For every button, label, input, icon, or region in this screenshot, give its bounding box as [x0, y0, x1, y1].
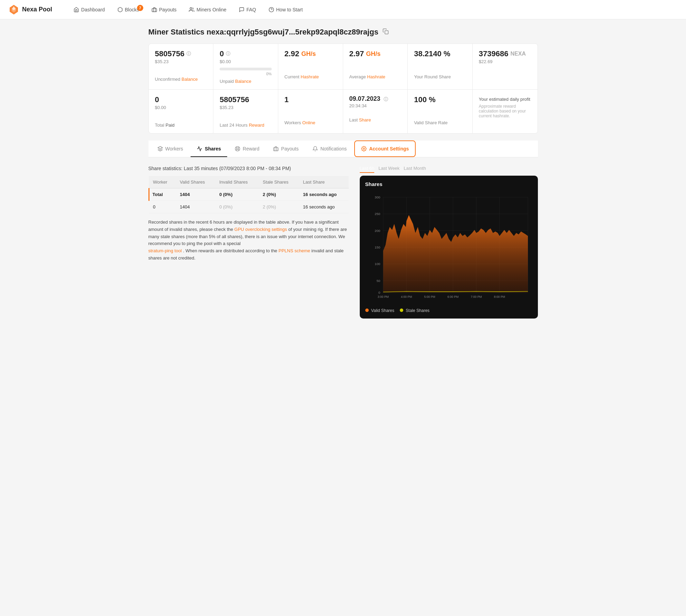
col-last-share: Last Share	[299, 176, 349, 188]
stat-total-paid: 0 $0.00 Total Paid	[149, 90, 214, 133]
nav-label-how-to-start: How to Start	[276, 7, 303, 12]
svg-line-11	[238, 149, 239, 150]
legend-valid-dot	[365, 309, 369, 312]
nav-item-miners-online[interactable]: Miners Online	[184, 5, 231, 14]
nav-label-faq: FAQ	[247, 7, 256, 12]
valid-share-rate-label: Valid Share Rate	[414, 120, 466, 125]
share-description: Recorded shares in the recent 6 hours ar…	[148, 219, 349, 262]
row0-valid: 1404	[176, 201, 215, 213]
last-share-label: Last Share	[349, 117, 402, 123]
shares-chart: 300 250 200 150 100 50 0	[365, 191, 532, 304]
unpaid-info-icon[interactable]: ⓘ	[226, 51, 230, 57]
tab-payouts[interactable]: Payouts	[267, 141, 305, 157]
row0-worker: 0	[149, 201, 176, 213]
col-valid-shares: Valid Shares	[176, 176, 215, 188]
estimated-daily-desc: Approximate reward calculation based on …	[479, 104, 531, 118]
stat-average-hashrate: 2.97 GH/s Average Hashrate	[343, 44, 408, 90]
table-row-total: Total 1404 0 (0%) 2 (0%) 16 seconds ago	[149, 188, 349, 201]
estimated-nexa-value: 3739686	[479, 49, 509, 58]
nav-item-payouts[interactable]: Payouts	[147, 5, 182, 14]
tab-notifications[interactable]: Notifications	[306, 141, 353, 157]
page-title-row: Miner Statistics nexa:qqrrlyjg5sg6wuj7..…	[148, 28, 538, 37]
left-panel: Share statistics: Last 35 minutes (07/09…	[148, 166, 349, 319]
stat-unpaid-balance: 0 ⓘ $0.00 0% Unpaid Balance	[213, 44, 278, 90]
copy-icon[interactable]	[383, 28, 389, 37]
gear-icon	[361, 146, 367, 151]
pplns-link[interactable]: PPLNS scheme	[279, 248, 310, 253]
svg-text:0: 0	[378, 291, 380, 294]
svg-marker-37	[383, 215, 528, 293]
legend-valid-label: Valid Shares	[371, 308, 394, 313]
chart-title: Shares	[365, 181, 532, 187]
svg-text:200: 200	[375, 229, 380, 233]
svg-point-9	[236, 148, 238, 149]
svg-point-4	[190, 8, 192, 9]
tab-shares[interactable]: Shares	[191, 141, 227, 157]
svg-line-13	[236, 149, 237, 150]
chart-tab-last6h[interactable]: Last 6h	[360, 166, 375, 173]
svg-text:3:00 PM: 3:00 PM	[377, 295, 388, 299]
round-share-label: Your Round Share	[414, 74, 466, 79]
unconfirmed-balance-label: Unconfirmed Balance	[155, 77, 207, 82]
nav-item-faq[interactable]: FAQ	[234, 5, 261, 14]
last-share-info-icon[interactable]: ⓘ	[384, 97, 388, 102]
shares-icon	[197, 146, 202, 151]
col-stale-shares: Stale Shares	[259, 176, 299, 188]
average-hashrate-label: Average Hashrate	[349, 74, 402, 79]
nav-item-blocks[interactable]: Blocks 7	[113, 5, 144, 14]
last-share-time: 20:34:34	[349, 103, 402, 108]
stat-last-share: 09.07.2023 ⓘ 20:34:34 Last Share	[343, 90, 408, 133]
svg-text:100: 100	[375, 262, 380, 266]
col-invalid-shares: Invalid Shares	[215, 176, 259, 188]
total-valid: 1404	[176, 188, 215, 201]
round-share-value: 38.2140 %	[414, 49, 466, 58]
unpaid-progress-label: 0%	[220, 72, 272, 76]
tab-payouts-label: Payouts	[281, 146, 299, 151]
gpu-link[interactable]: GPU overclocking settings	[234, 227, 287, 232]
nav-item-dashboard[interactable]: Dashboard	[69, 5, 110, 14]
logo[interactable]: Nexa Pool	[8, 4, 52, 15]
page-title: Miner Statistics nexa:qqrrlyjg5sg6wuj7..…	[148, 28, 378, 37]
nav-label-miners-online: Miners Online	[196, 7, 226, 12]
tabs: Workers Shares Reward Payouts Notificati…	[148, 140, 538, 157]
logo-icon	[8, 4, 19, 15]
svg-text:50: 50	[376, 279, 380, 283]
reward-icon	[235, 146, 240, 151]
nav-item-how-to-start[interactable]: How to Start	[264, 5, 308, 14]
unpaid-balance-label: Unpaid Balance	[220, 79, 272, 84]
last-share-date: 09.07.2023 ⓘ	[349, 95, 402, 102]
stat-workers-online: 1 Workers Online	[278, 90, 343, 133]
tab-workers[interactable]: Workers	[151, 141, 190, 157]
last-share-date-value: 09.07.2023	[349, 95, 380, 102]
row0-stale-value: 2 (0%)	[263, 204, 276, 209]
last24h-reward-value: 5805756	[220, 95, 272, 104]
legend-stale-dot	[400, 309, 403, 312]
tab-reward[interactable]: Reward	[229, 141, 265, 157]
unconfirmed-info-icon[interactable]: ⓘ	[186, 51, 191, 57]
cube-icon	[117, 7, 123, 12]
total-paid-label: Total Paid	[155, 123, 207, 128]
legend-stale-label: Stale Shares	[406, 308, 429, 313]
stat-unconfirmed-balance: 5805756 ⓘ $35.23 Unconfirmed Balance	[149, 44, 214, 90]
unpaid-balance-value: 0	[220, 49, 224, 58]
total-paid-value: 0	[155, 95, 207, 104]
chart-container: Shares	[360, 176, 538, 319]
nav-label-payouts: Payouts	[159, 7, 177, 12]
tab-account-settings[interactable]: Account Settings	[354, 140, 416, 157]
tab-account-settings-label: Account Settings	[369, 146, 409, 151]
workers-online-value: 1	[284, 95, 337, 104]
row0-last: 16 seconds ago	[299, 201, 349, 213]
stratum-link[interactable]: stratum-ping tool	[148, 248, 182, 253]
row0-stale: 2 (0%)	[259, 201, 299, 213]
svg-text:6:00 PM: 6:00 PM	[447, 295, 458, 299]
main-content: Miner Statistics nexa:qqrrlyjg5sg6wuj7..…	[143, 19, 543, 327]
chat-icon	[239, 7, 244, 12]
workers-icon	[157, 146, 163, 151]
right-panel: Last 6h Last Week Last Month Shares	[360, 166, 538, 319]
chart-tab-last-month[interactable]: Last Month	[404, 166, 426, 173]
total-paid-usd: $0.00	[155, 105, 207, 110]
col-worker: Worker	[149, 176, 176, 188]
current-hashrate-unit: GH/s	[301, 50, 316, 58]
chart-tab-last-week[interactable]: Last Week	[378, 166, 399, 173]
svg-text:250: 250	[375, 212, 380, 216]
